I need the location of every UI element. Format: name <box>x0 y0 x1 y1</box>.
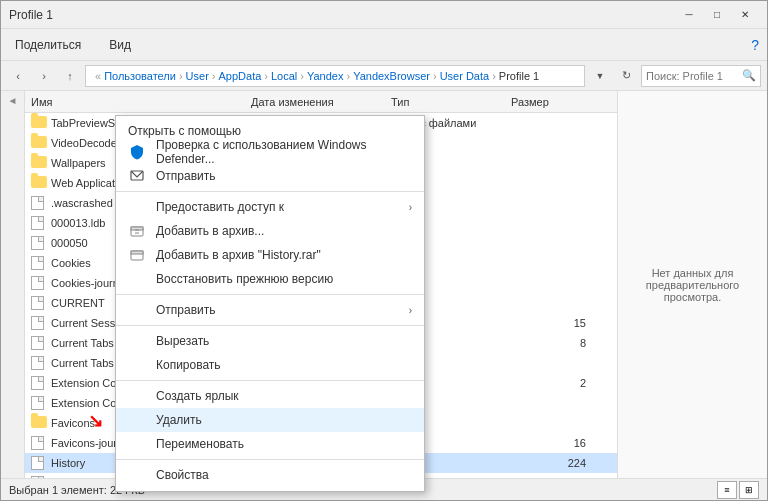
column-headers: Имя Дата изменения Тип Размер <box>25 91 617 113</box>
file-icon <box>31 296 47 310</box>
restore-icon <box>128 270 146 288</box>
file-icon <box>31 476 47 478</box>
ctx-add-archive-label: Добавить в архив... <box>156 224 412 238</box>
minimize-button[interactable]: ─ <box>675 5 703 25</box>
sep7: › <box>492 70 496 82</box>
ctx-send2-arrow: › <box>409 305 412 316</box>
share-button[interactable]: Поделиться <box>9 34 87 56</box>
col-size-header[interactable]: Размер <box>511 96 591 108</box>
nav-panel: ◄ <box>1 91 25 478</box>
maximize-button[interactable]: □ <box>703 5 731 25</box>
defender-icon <box>128 143 146 161</box>
folder-icon <box>31 156 47 170</box>
breadcrumb-yandexbrowser[interactable]: YandexBrowser <box>353 70 430 82</box>
ctx-send2[interactable]: Отправить › <box>116 298 424 322</box>
send-icon <box>128 167 146 185</box>
back-button[interactable]: ‹ <box>7 65 29 87</box>
dropdown-button[interactable]: ▼ <box>589 65 611 87</box>
ctx-access-label: Предоставить доступ к <box>156 200 399 214</box>
ctx-sep1 <box>116 191 424 192</box>
ctx-restore[interactable]: Восстановить прежнюю версию <box>116 267 424 291</box>
ctx-delete-label: Удалить <box>156 413 412 427</box>
sep4: › <box>300 70 304 82</box>
ctx-defender-label: Проверка с использованием Windows Defend… <box>156 138 412 166</box>
breadcrumb-appdata[interactable]: AppData <box>219 70 262 82</box>
file-icon <box>31 216 47 230</box>
ctx-send-label: Отправить <box>156 169 412 183</box>
col-date-header[interactable]: Дата изменения <box>251 96 391 108</box>
ctx-cut[interactable]: Вырезать <box>116 329 424 353</box>
file-icon <box>31 316 47 330</box>
refresh-button[interactable]: ↻ <box>615 65 637 87</box>
search-box[interactable]: 🔍 <box>641 65 761 87</box>
file-icon <box>31 336 47 350</box>
delete-arrow-indicator: ↘ <box>88 410 103 432</box>
ctx-defender[interactable]: Проверка с использованием Windows Defend… <box>116 140 424 164</box>
close-button[interactable]: ✕ <box>731 5 759 25</box>
breadcrumb-users[interactable]: Пользователи <box>104 70 176 82</box>
help-icon[interactable]: ? <box>751 37 759 53</box>
preview-text: Нет данных для предварительного просмотр… <box>618 259 767 311</box>
preview-panel: Нет данных для предварительного просмотр… <box>617 91 767 478</box>
ctx-rename-label: Переименовать <box>156 437 412 451</box>
title-controls: ─ □ ✕ <box>675 5 759 25</box>
cut-icon <box>128 332 146 350</box>
file-size: 2 <box>506 377 586 389</box>
send2-icon <box>128 301 146 319</box>
ctx-add-history-rar-label: Добавить в архив "History.rar" <box>156 248 412 262</box>
ctx-copy-label: Копировать <box>156 358 412 372</box>
search-input[interactable] <box>646 70 742 82</box>
file-icon <box>31 396 47 410</box>
forward-button[interactable]: › <box>33 65 55 87</box>
svg-rect-6 <box>131 251 143 254</box>
sep3: › <box>264 70 268 82</box>
col-type-header[interactable]: Тип <box>391 96 511 108</box>
breadcrumb-userdata[interactable]: User Data <box>440 70 490 82</box>
search-icon[interactable]: 🔍 <box>742 69 756 82</box>
rename-icon <box>128 435 146 453</box>
up-button[interactable]: ↑ <box>59 65 81 87</box>
ctx-properties[interactable]: Свойства <box>116 463 424 487</box>
sep6: › <box>433 70 437 82</box>
tiles-view-button[interactable]: ⊞ <box>739 481 759 499</box>
title-bar-left: Profile 1 <box>9 8 53 22</box>
breadcrumb-profile1: Profile 1 <box>499 70 539 82</box>
toolbar: Поделиться Вид ? <box>1 29 767 61</box>
archive2-icon <box>128 246 146 264</box>
folder-icon <box>31 116 47 130</box>
ctx-access[interactable]: Предоставить доступ к › <box>116 195 424 219</box>
breadcrumb-user[interactable]: User <box>186 70 209 82</box>
collapse-icon[interactable]: ◄ <box>8 95 18 106</box>
view-icons: ≡ ⊞ <box>717 481 759 499</box>
ctx-add-archive[interactable]: Добавить в архив... <box>116 219 424 243</box>
ctx-shortcut[interactable]: Создать ярлык <box>116 384 424 408</box>
details-view-button[interactable]: ≡ <box>717 481 737 499</box>
file-icon <box>31 276 47 290</box>
ctx-cut-label: Вырезать <box>156 334 412 348</box>
ctx-rename[interactable]: Переименовать <box>116 432 424 456</box>
file-icon <box>31 256 47 270</box>
view-button[interactable]: Вид <box>103 34 137 56</box>
access-icon <box>128 198 146 216</box>
ctx-copy[interactable]: Копировать <box>116 353 424 377</box>
ctx-delete[interactable]: Удалить ↘ <box>116 408 424 432</box>
file-icon <box>31 236 47 250</box>
window-title: Profile 1 <box>9 8 53 22</box>
folder-icon <box>31 136 47 150</box>
breadcrumb-yandex[interactable]: Yandex <box>307 70 344 82</box>
file-icon <box>31 196 47 210</box>
ctx-properties-label: Свойства <box>156 468 412 482</box>
context-menu: Открыть с помощью Проверка с использован… <box>115 115 425 492</box>
ctx-send[interactable]: Отправить <box>116 164 424 188</box>
file-icon <box>31 456 47 470</box>
copy-icon <box>128 356 146 374</box>
shortcut-icon <box>128 387 146 405</box>
ctx-restore-label: Восстановить прежнюю версию <box>156 272 412 286</box>
col-name-header[interactable]: Имя <box>31 96 251 108</box>
breadcrumb[interactable]: « Пользователи › User › AppData › Local … <box>85 65 585 87</box>
file-size: 15 <box>506 317 586 329</box>
file-icon <box>31 376 47 390</box>
breadcrumb-local[interactable]: Local <box>271 70 297 82</box>
file-icon <box>31 356 47 370</box>
ctx-add-history-rar[interactable]: Добавить в архив "History.rar" <box>116 243 424 267</box>
